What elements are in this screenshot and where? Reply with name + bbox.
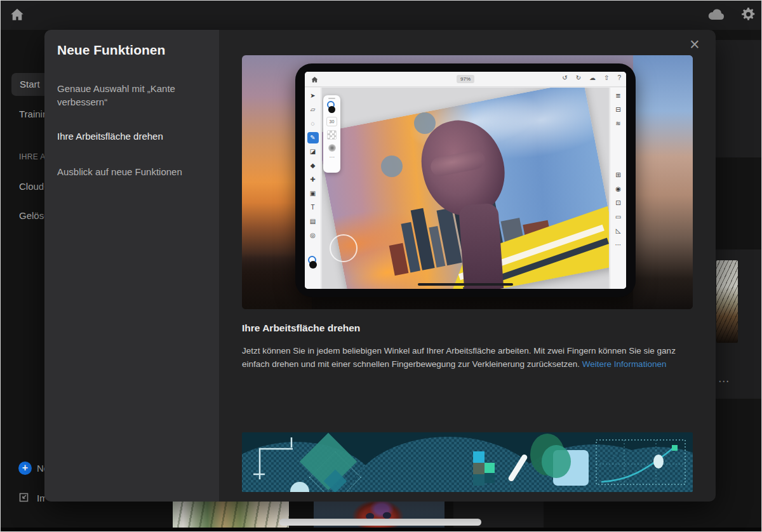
ps-visibility-icon: ◉: [613, 183, 624, 195]
sidebar-item-cloud-documents[interactable]: Cloud-Dokumente: [19, 181, 44, 192]
more-info-link[interactable]: Weitere Informationen: [582, 359, 667, 369]
bottom-edge: [0, 528, 762, 532]
nav-item-refine-edge[interactable]: Genaue Auswahl mit „Kante verbessern“: [57, 82, 204, 109]
horizontal-scrollbar[interactable]: [279, 519, 481, 526]
hero-background-right: [633, 55, 693, 309]
ps-more-icon: ⋯: [613, 239, 624, 251]
document-thumbnail-tree[interactable]: [716, 260, 738, 343]
home-icon[interactable]: [9, 6, 25, 23]
feature-description: Jetzt können Sie in jedem beliebigen Win…: [242, 344, 688, 371]
ps-eyedropper-icon: ◎: [307, 230, 319, 241]
nav-item-rotate-canvas[interactable]: Ihre Arbeitsfläche drehen: [57, 130, 204, 143]
ps-adjust-icon: ≋: [613, 118, 624, 130]
rotated-artwork: [322, 88, 609, 289]
feature-hero-image: 97% ↺ ↻ ☁ ⇧ ? ➤ ▱ ◌ ✎: [242, 55, 693, 309]
ipad-mockup: 97% ↺ ↻ ☁ ⇧ ? ➤ ▱ ◌ ✎: [295, 63, 636, 297]
ps-lasso-tool-icon: ◌: [307, 118, 319, 130]
brush-opacity-swatch: [327, 130, 337, 140]
new-features-nav: Neue Funktionen Genaue Auswahl mit „Kant…: [44, 30, 219, 502]
ps-share-icon: ⇧: [604, 74, 609, 81]
panel-drag-handle: [328, 98, 335, 99]
dialog-title: Neue Funktionen: [57, 43, 165, 58]
ps-brush-options-panel: 30 ⋯: [323, 95, 340, 173]
ps-fill-tool-icon: ◆: [307, 160, 319, 171]
brush-hardness-dot: [328, 144, 336, 152]
ps-eraser-tool-icon: ◪: [307, 146, 319, 157]
ps-crop-tool-icon: ▣: [307, 188, 319, 199]
home-sidebar: Start Training IHRE ARBEIT Cloud-Dokumen…: [0, 30, 44, 532]
app-top-bar: [0, 0, 762, 30]
ps-color-well: [308, 256, 318, 270]
touch-indicator: [381, 156, 403, 177]
sidebar-item-deleted[interactable]: Gelöscht: [19, 210, 44, 221]
ps-clip-mask-icon: ◺: [613, 225, 624, 237]
panel-more-icon: ⋯: [323, 154, 340, 160]
nav-item-upcoming-features[interactable]: Ausblick auf neue Funktionen: [57, 165, 204, 178]
ps-canvas: 30 ⋯: [322, 88, 609, 289]
artwork-forearm: [458, 203, 504, 289]
ps-type-tool-icon: T: [307, 202, 319, 213]
ps-home-icon: [311, 75, 319, 83]
ps-brush-tool-icon: ✎: [307, 132, 319, 143]
settings-gear-icon[interactable]: [740, 6, 756, 22]
curve-grid-graphic: [595, 439, 690, 489]
background-card[interactable]: [710, 40, 762, 157]
ps-layer-props-icon: ⊟: [613, 104, 624, 116]
ps-duplicate-icon: ⊡: [613, 197, 624, 209]
ps-undo-icon: ↺: [562, 74, 567, 81]
sidebar-item-start[interactable]: Start: [11, 73, 50, 96]
cloud-sync-icon[interactable]: [707, 8, 726, 22]
touch-indicator-outline: [330, 234, 358, 262]
ps-toolbar-left: ➤ ▱ ◌ ✎ ◪ ◆ ✚ ▣ T ▤ ◎: [305, 88, 321, 289]
touch-indicator: [414, 112, 436, 134]
photoshop-screen: 97% ↺ ↻ ☁ ⇧ ? ➤ ▱ ◌ ✎: [305, 72, 626, 289]
more-options-icon[interactable]: ⋯: [718, 375, 730, 388]
ps-zoom-level: 97%: [457, 75, 474, 83]
ps-transform-tool-icon: ▱: [307, 104, 319, 116]
ps-transform-icon: ▭: [613, 211, 624, 223]
recent-file-thumbnail-portrait[interactable]: [173, 500, 289, 529]
new-features-dialog: Neue Funktionen Genaue Auswahl mit „Kant…: [44, 30, 716, 502]
ps-topbar-icons: ↺ ↻ ☁ ⇧ ?: [562, 74, 621, 81]
new-features-content: × 97% ↺ ↻ ☁ ⇧: [219, 30, 716, 502]
ps-place-image-icon: ▤: [307, 216, 319, 227]
ps-redo-icon: ↻: [576, 74, 581, 81]
crop-marks-graphic: [252, 435, 303, 487]
ps-move-tool-icon: ➤: [307, 90, 319, 102]
close-icon[interactable]: ×: [685, 34, 705, 55]
ps-layers-icon: ≣: [613, 90, 624, 102]
banner-illustration: [242, 432, 693, 492]
ps-add-layer-icon: ⊞: [613, 170, 624, 181]
ps-heal-tool-icon: ✚: [307, 174, 319, 185]
ipad-home-indicator: [418, 283, 513, 286]
ps-top-bar: 97% ↺ ↻ ☁ ⇧ ?: [305, 72, 626, 87]
ps-help-icon: ?: [617, 74, 621, 81]
sidebar-item-training[interactable]: Training: [19, 109, 44, 119]
panel-color-well: [327, 101, 337, 114]
sidebar-section-your-work: IHRE ARBEIT: [19, 152, 44, 161]
feature-heading: Ihre Arbeitsfläche drehen: [242, 323, 360, 334]
ps-taskbar-right: ≣ ⊟ ≋ ⊞ ◉ ⊡ ▭ ◺ ⋯: [610, 88, 626, 289]
brush-size-value: 30: [326, 117, 337, 126]
ps-cloud-icon: ☁: [589, 74, 596, 81]
